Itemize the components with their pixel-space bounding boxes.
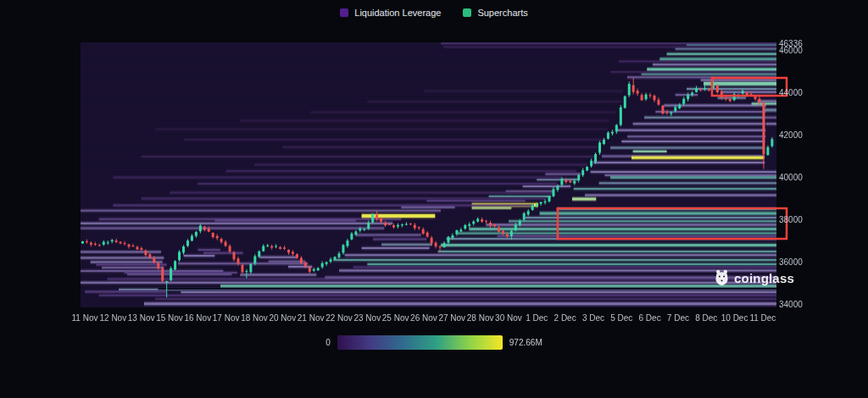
y-axis-label: 36000 bbox=[779, 258, 803, 267]
colorbar: 0 972.66M bbox=[0, 335, 868, 350]
x-axis-label: 13 Nov bbox=[128, 314, 155, 323]
y-axis-label: 44000 bbox=[779, 89, 803, 97]
x-axis-label: 1 Dec bbox=[526, 314, 548, 323]
x-axis-label: 22 Nov bbox=[326, 314, 353, 323]
x-axis-label: 3 Dec bbox=[582, 314, 604, 323]
x-axis-label: 27 Nov bbox=[438, 314, 465, 323]
x-axis-label: 8 Dec bbox=[695, 314, 717, 323]
y-axis-label: 40000 bbox=[779, 174, 803, 182]
colorbar-min-label: 0 bbox=[326, 338, 331, 347]
colorbar-max-label: 972.66M bbox=[509, 338, 542, 347]
colorbar-gradient bbox=[337, 335, 503, 350]
x-axis-label: 20 Nov bbox=[269, 314, 296, 323]
x-axis-label: 18 Nov bbox=[241, 314, 268, 323]
x-axis-label: 11 Nov bbox=[72, 314, 98, 323]
x-axis-label: 2 Dec bbox=[554, 314, 576, 323]
x-axis-label: 17 Nov bbox=[213, 314, 240, 323]
y-axis-label: 34000 bbox=[779, 301, 803, 309]
x-axis-label: 26 Nov bbox=[410, 314, 437, 323]
watermark-text: coinglass bbox=[734, 271, 794, 285]
y-axis-label: 38000 bbox=[779, 216, 803, 224]
y-axis-label: 46000 bbox=[779, 47, 803, 55]
x-axis-label: 11 Dec bbox=[749, 314, 776, 323]
x-axis-label: 6 Dec bbox=[639, 314, 661, 323]
x-axis-label: 5 Dec bbox=[610, 314, 632, 323]
x-axis-label: 16 Nov bbox=[184, 314, 211, 323]
bear-mascot-icon bbox=[715, 269, 729, 286]
x-axis-label: 15 Nov bbox=[156, 314, 183, 323]
x-axis-label: 30 Nov bbox=[495, 314, 522, 323]
x-axis-label: 23 Nov bbox=[353, 314, 381, 323]
x-axis-label: 12 Nov bbox=[99, 314, 126, 323]
x-axis-label: 21 Nov bbox=[298, 314, 325, 323]
coinglass-watermark: coinglass bbox=[715, 269, 794, 286]
liquidation-heatmap-page: Liquidation Leverage Supercharts 4633646… bbox=[0, 0, 868, 398]
y-axis-label: 42000 bbox=[779, 131, 803, 140]
x-axis-label: 10 Dec bbox=[721, 314, 748, 323]
x-axis-label: 25 Nov bbox=[382, 314, 409, 323]
x-axis-label: 28 Nov bbox=[467, 314, 494, 323]
x-axis-label: 7 Dec bbox=[667, 314, 689, 323]
